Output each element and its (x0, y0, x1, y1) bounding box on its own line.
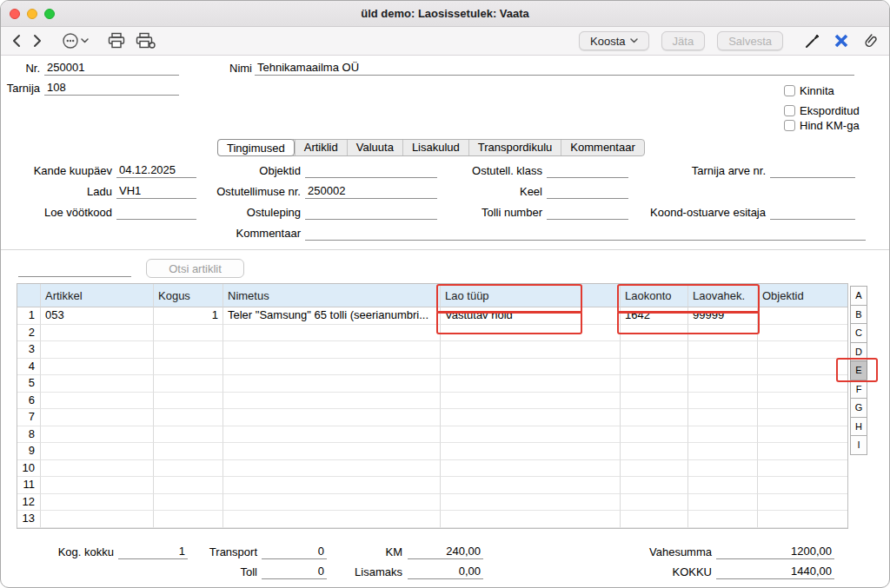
cell-artikkel[interactable] (41, 341, 154, 359)
cell-laokonto[interactable] (621, 393, 688, 410)
cell-lao-tuup[interactable] (441, 325, 621, 342)
cell-artikkel[interactable] (41, 359, 154, 376)
cell-nimetus[interactable]: Teler "Samsung" 65 tolli (seerianumbri..… (223, 307, 441, 325)
cell-kogus[interactable] (154, 494, 223, 512)
search-input[interactable] (18, 262, 131, 277)
cell-nimetus[interactable] (223, 511, 441, 528)
cell-laovahek[interactable] (688, 494, 758, 512)
cell-laovahek[interactable] (688, 359, 758, 376)
cell-kogus[interactable] (154, 477, 223, 494)
letter-tab-c[interactable]: C (850, 323, 867, 343)
cell-kogus[interactable] (154, 511, 223, 528)
table-row[interactable]: 9 (17, 443, 847, 460)
cell-kogus[interactable] (154, 393, 223, 410)
operations-menu-icon[interactable] (62, 30, 90, 51)
cell-lao-tuup[interactable] (441, 460, 621, 478)
cell-nimetus[interactable] (223, 325, 441, 342)
cell-kogus[interactable] (154, 426, 223, 444)
cell-laovahek[interactable] (688, 511, 758, 528)
cell-artikkel[interactable] (41, 460, 154, 478)
cell-artikkel[interactable]: 053 (41, 307, 154, 325)
cell-kogus[interactable] (154, 359, 223, 376)
letter-tab-g[interactable]: G (850, 398, 867, 418)
loe-vootkood-field[interactable] (116, 205, 196, 220)
cell-laokonto[interactable] (621, 325, 688, 342)
cell-nimetus[interactable] (223, 359, 441, 376)
cell-laovahek[interactable] (688, 443, 758, 460)
transport-field[interactable]: 0 (262, 545, 327, 559)
cell-lao-tuup[interactable] (441, 393, 621, 410)
cell-laokonto[interactable] (621, 477, 688, 494)
letter-tab-e[interactable]: E (850, 360, 867, 380)
back-icon[interactable] (11, 30, 21, 51)
table-row[interactable]: 3 (17, 341, 847, 359)
letter-tab-f[interactable]: F (850, 380, 867, 400)
cell-objektid[interactable] (758, 359, 847, 376)
cell-laokonto[interactable] (621, 426, 688, 444)
cell-objektid[interactable] (758, 460, 847, 478)
cell-nimetus[interactable] (223, 477, 441, 494)
cell-laokonto[interactable] (621, 460, 688, 478)
cell-nimetus[interactable] (223, 409, 441, 426)
kinnita-checkbox[interactable]: Kinnita (784, 84, 834, 97)
cell-laovahek[interactable] (688, 341, 758, 359)
cell-objektid[interactable] (758, 511, 847, 528)
cell-laovahek[interactable] (688, 393, 758, 410)
table-row[interactable]: 10 (17, 460, 847, 478)
tab-tingimused[interactable]: Tingimused (217, 139, 295, 156)
otsi-artiklit-button[interactable]: Otsi artiklit (146, 259, 244, 278)
table-row[interactable]: 4 (17, 359, 847, 376)
objektid-field[interactable] (305, 163, 437, 178)
cell-objektid[interactable] (758, 375, 847, 393)
cell-lao-tuup[interactable] (441, 477, 621, 494)
cell-lao-tuup[interactable] (441, 494, 621, 512)
ostutell-klass-field[interactable] (547, 163, 628, 178)
lisamaks-field[interactable]: 0,00 (408, 565, 483, 579)
salvesta-button[interactable]: Salvesta (717, 31, 783, 50)
cell-kogus[interactable] (154, 409, 223, 426)
cell-lao-tuup[interactable] (441, 426, 621, 444)
checkbox-box[interactable] (784, 85, 795, 96)
cell-laokonto[interactable]: 1642 (621, 307, 688, 325)
paperclip-icon[interactable] (861, 30, 879, 51)
cell-objektid[interactable] (758, 426, 847, 444)
cell-laokonto[interactable] (621, 511, 688, 528)
cell-kogus[interactable] (154, 460, 223, 478)
cell-nimetus[interactable] (223, 341, 441, 359)
cell-artikkel[interactable] (41, 511, 154, 528)
ostutellimuse-field[interactable]: 250002 (305, 184, 437, 199)
cell-laovahek[interactable] (688, 460, 758, 478)
tab-lisakulud[interactable]: Lisakulud (402, 140, 468, 155)
hind-kmga-checkbox[interactable]: Hind KM-ga (784, 119, 860, 132)
letter-tab-i[interactable]: I (850, 435, 867, 455)
header-objektid[interactable]: Objektid (758, 284, 847, 307)
cell-laokonto[interactable] (621, 409, 688, 426)
table-row[interactable]: 5 (17, 375, 847, 393)
cell-artikkel[interactable] (41, 325, 154, 342)
letter-tab-d[interactable]: D (850, 342, 867, 362)
cell-laovahek[interactable] (688, 477, 758, 494)
cell-artikkel[interactable] (41, 443, 154, 460)
eksporditud-checkbox[interactable]: Eksporditud (784, 104, 860, 117)
table-row[interactable]: 7 (17, 409, 847, 426)
cell-artikkel[interactable] (41, 393, 154, 410)
jata-button[interactable]: Jäta (661, 31, 706, 50)
header-nimetus[interactable]: Nimetus (223, 284, 441, 307)
cell-laokonto[interactable] (621, 443, 688, 460)
cell-artikkel[interactable] (41, 426, 154, 444)
kommentaar-field[interactable] (305, 226, 866, 241)
letter-tab-b[interactable]: B (850, 305, 867, 325)
table-row[interactable]: 13 (17, 511, 847, 528)
letter-tab-h[interactable]: H (850, 417, 867, 437)
cell-lao-tuup[interactable] (441, 409, 621, 426)
cell-lao-tuup[interactable]: Vastutav hoid (441, 307, 621, 325)
koond-ostuarve-field[interactable] (770, 205, 855, 220)
table-row[interactable]: 12 (17, 494, 847, 512)
checkbox-box[interactable] (784, 105, 795, 116)
cell-objektid[interactable] (758, 443, 847, 460)
cell-laokonto[interactable] (621, 359, 688, 376)
cell-nimetus[interactable] (223, 393, 441, 410)
cell-artikkel[interactable] (41, 494, 154, 512)
cell-nimetus[interactable] (223, 494, 441, 512)
table-row[interactable]: 6 (17, 393, 847, 410)
